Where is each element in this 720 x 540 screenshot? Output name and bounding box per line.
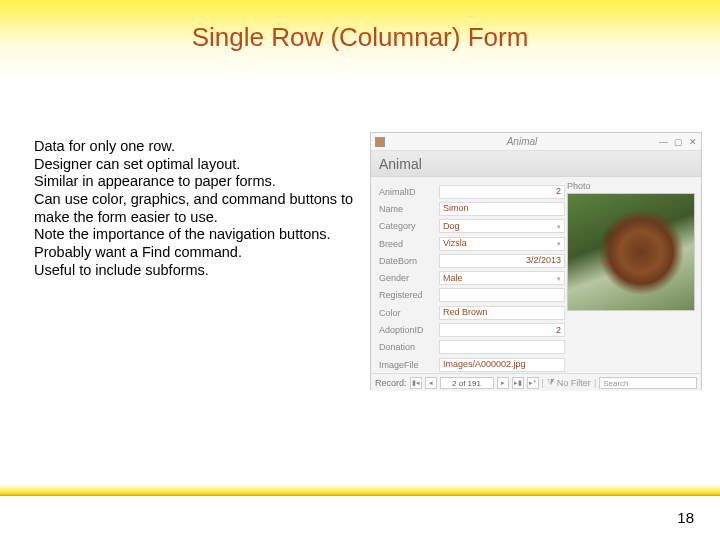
- nav-last-button[interactable]: ▸▮: [512, 377, 524, 389]
- bullet-item: Probably want a Find command.: [34, 244, 354, 262]
- form-header: Animal: [371, 151, 701, 177]
- field-breed[interactable]: Vizsla▾: [439, 237, 565, 251]
- nav-position[interactable]: 2 of 191: [440, 377, 494, 389]
- nav-new-button[interactable]: ▸*: [527, 377, 539, 389]
- bullet-item: Data for only one row.: [34, 138, 354, 156]
- footer-rule: [0, 484, 720, 496]
- label-breed: Breed: [377, 239, 439, 249]
- photo-block: Photo: [567, 181, 695, 311]
- nav-search-input[interactable]: Search: [599, 377, 697, 389]
- field-imagefile[interactable]: Images/A000002.jpg: [439, 358, 565, 372]
- field-gender[interactable]: Male▾: [439, 271, 565, 285]
- funnel-icon: ⧩: [547, 377, 555, 388]
- field-color[interactable]: Red Brown: [439, 306, 565, 320]
- bullet-item: Can use color, graphics, and command but…: [34, 191, 354, 226]
- field-category[interactable]: Dog▾: [439, 219, 565, 233]
- label-animalid: AnimalID: [377, 187, 439, 197]
- slide-title: Single Row (Columnar) Form: [0, 22, 720, 53]
- field-grid: AnimalID2 NameSimon CategoryDog▾ BreedVi…: [377, 183, 565, 373]
- field-donation[interactable]: [439, 340, 565, 354]
- field-name[interactable]: Simon: [439, 202, 565, 216]
- chevron-down-icon[interactable]: ▾: [557, 220, 561, 233]
- nav-prev-button[interactable]: ◂: [425, 377, 437, 389]
- nav-next-button[interactable]: ▸: [497, 377, 509, 389]
- chevron-down-icon[interactable]: ▾: [557, 272, 561, 285]
- bullet-list: Data for only one row. Designer can set …: [34, 138, 354, 280]
- slide: Single Row (Columnar) Form Data for only…: [0, 0, 720, 540]
- label-donation: Donation: [377, 342, 439, 352]
- embedded-form-screenshot: Animal — ▢ ✕ Animal AnimalID2 NameSimon …: [370, 132, 702, 390]
- nav-first-button[interactable]: ▮◂: [410, 377, 422, 389]
- nav-record-label: Record:: [375, 378, 407, 388]
- bullet-item: Designer can set optimal layout.: [34, 156, 354, 174]
- maximize-icon[interactable]: ▢: [674, 137, 683, 147]
- label-dateborn: DateBorn: [377, 256, 439, 266]
- label-color: Color: [377, 308, 439, 318]
- label-category: Category: [377, 221, 439, 231]
- nav-filter[interactable]: ⧩ No Filter: [547, 377, 591, 388]
- field-registered[interactable]: [439, 288, 565, 302]
- close-icon[interactable]: ✕: [689, 137, 697, 147]
- record-navigator: Record: ▮◂ ◂ 2 of 191 ▸ ▸▮ ▸* | ⧩ No Fil…: [371, 373, 701, 391]
- label-adoptionid: AdoptionID: [377, 325, 439, 335]
- page-number: 18: [677, 509, 694, 526]
- label-photo: Photo: [567, 181, 695, 191]
- label-name: Name: [377, 204, 439, 214]
- label-registered: Registered: [377, 290, 439, 300]
- bullet-item: Similar in appearance to paper forms.: [34, 173, 354, 191]
- form-body: AnimalID2 NameSimon CategoryDog▾ BreedVi…: [371, 177, 701, 373]
- chevron-down-icon[interactable]: ▾: [557, 237, 561, 250]
- photo-image: [567, 193, 695, 311]
- label-imagefile: ImageFile: [377, 360, 439, 370]
- bullet-item: Useful to include subforms.: [34, 262, 354, 280]
- label-gender: Gender: [377, 273, 439, 283]
- form-icon: [375, 137, 385, 147]
- window-titlebar: Animal — ▢ ✕: [371, 133, 701, 151]
- field-animalid[interactable]: 2: [439, 185, 565, 199]
- window-caption: Animal: [389, 136, 655, 147]
- field-adoptionid[interactable]: 2: [439, 323, 565, 337]
- field-dateborn[interactable]: 3/2/2013: [439, 254, 565, 268]
- bullet-item: Note the importance of the navigation bu…: [34, 226, 354, 244]
- minimize-icon[interactable]: —: [659, 137, 668, 147]
